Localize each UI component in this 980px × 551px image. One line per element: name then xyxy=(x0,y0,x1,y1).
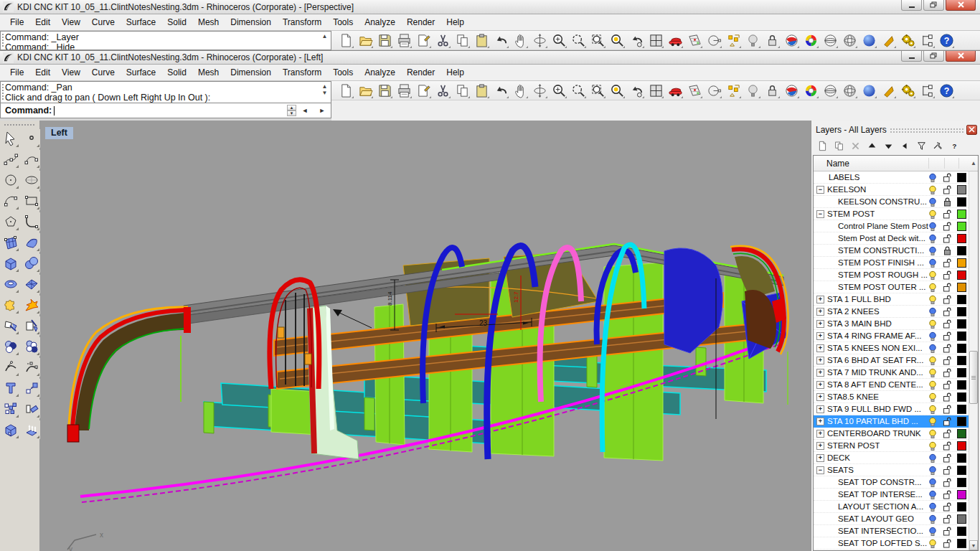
layer-color-swatch[interactable] xyxy=(957,392,966,402)
cplane-circle-icon[interactable] xyxy=(705,32,722,49)
polygon-icon[interactable] xyxy=(1,212,19,231)
print-icon[interactable] xyxy=(395,32,413,49)
paste-icon[interactable] xyxy=(473,32,490,49)
layer-unlocked-icon[interactable] xyxy=(943,173,951,184)
cut-icon[interactable] xyxy=(434,32,451,49)
menu-item-transform[interactable]: Transform xyxy=(277,15,327,29)
layer-color-swatch[interactable] xyxy=(957,441,966,451)
layer-visibility-bulb-icon[interactable] xyxy=(928,270,937,282)
pan-view-icon[interactable] xyxy=(512,82,529,99)
expand-toggle-icon[interactable]: + xyxy=(816,357,824,364)
menu-item-surface[interactable]: Surface xyxy=(121,15,161,29)
layer-color-swatch[interactable] xyxy=(957,527,966,536)
menu-item-transform[interactable]: Transform xyxy=(277,65,327,80)
layer-row-sta-6-bhd-at-seat-fr[interactable]: +STA 6 BHD AT SEAT FR... xyxy=(814,354,969,367)
layer-row-stern-post[interactable]: +STERN POST xyxy=(814,440,969,452)
layer-visibility-bulb-icon[interactable] xyxy=(928,527,937,538)
layer-unlocked-icon[interactable] xyxy=(943,539,951,550)
viewport-layout-icon[interactable] xyxy=(647,82,664,99)
layer-row-sta-5-knees-non-exi[interactable]: +STA 5 KNEES NON EXI... xyxy=(814,342,969,354)
extrude-surface-icon[interactable] xyxy=(22,420,40,439)
collapse-toggle-icon[interactable]: − xyxy=(816,210,824,218)
layer-visibility-bulb-icon[interactable] xyxy=(928,368,937,380)
window1-minimize-button[interactable] xyxy=(901,0,922,11)
zoom-dynamic-icon[interactable] xyxy=(550,82,567,99)
new-file-icon[interactable] xyxy=(337,32,354,49)
move-left-icon[interactable] xyxy=(899,140,911,152)
menu-item-edit[interactable]: Edit xyxy=(29,65,56,80)
zoom-window-icon[interactable] xyxy=(570,82,587,99)
menu-item-tools[interactable]: Tools xyxy=(327,65,359,80)
menu-item-tools[interactable]: Tools xyxy=(327,15,359,29)
layer-color-swatch[interactable] xyxy=(957,429,966,438)
command-scroll-arrows[interactable]: ▲▼ xyxy=(320,83,329,96)
command-prompt[interactable]: Command: ▲▼ ◄ ► xyxy=(0,103,331,118)
menu-item-help[interactable]: Help xyxy=(440,65,470,80)
menu-item-solid[interactable]: Solid xyxy=(161,65,192,80)
history-forward-arrow[interactable]: ► xyxy=(314,105,331,116)
shade-badge-icon[interactable] xyxy=(783,32,800,49)
layer-row-stem-post-finish[interactable]: STEM POST FINISH ... xyxy=(814,257,969,269)
layer-unlocked-icon[interactable] xyxy=(943,478,951,489)
layer-unlocked-icon[interactable] xyxy=(943,283,951,293)
menu-item-render[interactable]: Render xyxy=(401,15,440,29)
layer-row-stem-constructi[interactable]: STEM CONSTRUCTI... xyxy=(814,245,969,257)
layer-color-swatch[interactable] xyxy=(957,319,966,329)
surface-from-points-icon[interactable] xyxy=(1,233,19,252)
layer-visibility-bulb-icon[interactable] xyxy=(928,319,937,331)
layer-visibility-bulb-icon[interactable] xyxy=(928,222,937,233)
layer-unlocked-icon[interactable] xyxy=(943,185,951,196)
point-icon[interactable] xyxy=(22,129,40,148)
orient-icon[interactable] xyxy=(22,400,40,418)
copy-icon[interactable] xyxy=(453,32,471,49)
menu-item-edit[interactable]: Edit xyxy=(29,15,56,29)
sphere-wireframe-icon[interactable] xyxy=(821,32,839,49)
menu-item-dimension[interactable]: Dimension xyxy=(225,65,277,80)
layer-locked-icon[interactable] xyxy=(943,197,951,208)
layer-row-seat-top-lofted-s[interactable]: SEAT TOP LOFTED S... xyxy=(814,537,969,550)
layer-unlocked-icon[interactable] xyxy=(943,368,951,379)
menu-item-view[interactable]: View xyxy=(56,65,86,80)
copy-icon[interactable] xyxy=(453,82,471,99)
filter-icon[interactable] xyxy=(915,140,928,152)
layer-row-stem-post-outer[interactable]: STEM POST OUTER ... xyxy=(814,281,969,293)
menu-item-analyze[interactable]: Analyze xyxy=(359,15,401,29)
layers-panel-grip[interactable] xyxy=(890,128,963,133)
layer-color-swatch[interactable] xyxy=(957,331,966,341)
join-puzzle-icon[interactable] xyxy=(1,296,19,314)
layer-visibility-bulb-icon[interactable] xyxy=(928,258,937,270)
scale-icon[interactable] xyxy=(22,379,40,397)
undo-view-icon[interactable] xyxy=(628,82,645,99)
command-grip[interactable] xyxy=(1,33,4,48)
undo-icon[interactable] xyxy=(492,82,509,99)
cplane-map-icon[interactable] xyxy=(686,32,703,49)
viewport-layout-icon[interactable] xyxy=(647,32,664,49)
color-wheel-icon[interactable] xyxy=(802,32,819,49)
layer-unlocked-icon[interactable] xyxy=(943,319,951,330)
layer-unlocked-icon[interactable] xyxy=(943,209,951,220)
options-gears-icon[interactable] xyxy=(899,82,916,99)
dimension-tool-icon[interactable] xyxy=(918,82,936,99)
menu-item-curve[interactable]: Curve xyxy=(86,65,121,80)
ellipse-icon[interactable] xyxy=(22,171,40,189)
interpolate-curve-icon[interactable] xyxy=(22,150,40,169)
layer-row-sta-4-ring-frame-af[interactable]: +STA 4 RING FRAME AF... xyxy=(814,330,969,342)
sphere-icon[interactable] xyxy=(22,254,40,273)
layer-color-swatch[interactable] xyxy=(957,173,966,182)
rotate-view-icon[interactable] xyxy=(531,82,548,99)
spotlight-cone-icon[interactable] xyxy=(880,32,897,49)
layer-color-swatch[interactable] xyxy=(957,185,966,194)
layer-row-layout-section-a[interactable]: LAYOUT SECTION A... xyxy=(814,501,969,513)
undo-view-icon[interactable] xyxy=(628,32,645,49)
layer-color-swatch[interactable] xyxy=(957,502,966,512)
osnap-icon[interactable] xyxy=(725,32,742,49)
spotlight-cone-icon[interactable] xyxy=(880,82,897,99)
scrollbar-thumb[interactable] xyxy=(969,351,978,404)
pan-view-icon[interactable] xyxy=(512,32,529,49)
layer-color-swatch[interactable] xyxy=(957,222,966,231)
layer-visibility-bulb-icon[interactable] xyxy=(928,490,937,501)
layer-row-sta-7-mid-trunk-and[interactable]: +STA 7 MID TRUNK AND... xyxy=(814,367,969,379)
new-file-icon[interactable] xyxy=(337,82,354,99)
layer-tools-icon[interactable] xyxy=(932,140,944,152)
page-setup-icon[interactable] xyxy=(415,82,432,99)
